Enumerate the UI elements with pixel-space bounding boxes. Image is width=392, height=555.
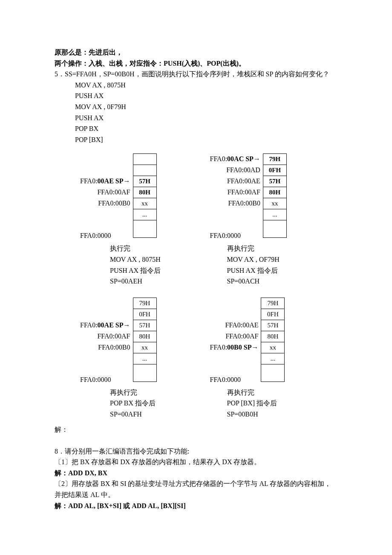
cell: ... xyxy=(133,209,156,220)
cell: ... xyxy=(261,353,284,364)
cell: 80H xyxy=(261,331,284,342)
cell: ... xyxy=(133,353,156,364)
cell: 80H xyxy=(133,331,156,342)
question-8-1: 〔1〕把 BX 存放器和 DX 存放器的内容相加，结果存入 DX 存放器。 xyxy=(55,457,337,468)
page-root: 原那么是：先进后出， 两个操作：入栈、出栈，对应指令：PUSH(入栈)、POP(… xyxy=(0,0,392,545)
code-line: PUSH AX xyxy=(75,90,337,101)
question-5: 5．SS=FFA0H，SP=00B0H，画图说明执行以下指令序列时，堆栈区和 S… xyxy=(55,69,337,80)
addr-sp: 00AE SP→ xyxy=(98,321,130,329)
addr: FFA0:00B0 xyxy=(80,198,130,209)
code-line: MOV AX , 8075H xyxy=(75,80,337,91)
stack-box: 79H 0FH 57H 80H xx ... xyxy=(263,153,287,238)
diagram-3: FFA0:00AE SP→ FFA0:00AF FFA0:00B0 FFA0:0… xyxy=(55,298,208,420)
stack-box: 57H 80H xx ... xyxy=(133,153,157,238)
cell: 57H xyxy=(263,176,286,187)
cell: 57H xyxy=(133,176,156,187)
addr-sp: 00AE SP→ xyxy=(98,177,130,185)
diagram-4: FFA0:00AE FFA0:00AF FFA0:00B0 SP→ FFA0:0… xyxy=(208,298,338,420)
diagrams-row-1: FFA0:00AE SP→ FFA0:00AF FFA0:00B0 FFA0:0… xyxy=(55,153,337,286)
addr-sp: 00AC SP→ xyxy=(227,155,260,162)
stack-box: 79H 0FH 57H 80H xx ... xyxy=(133,298,157,382)
cell: ... xyxy=(263,209,286,220)
diagrams-row-2: FFA0:00AE SP→ FFA0:00AF FFA0:00B0 FFA0:0… xyxy=(55,298,337,420)
addr: FFA0: xyxy=(80,177,98,185)
cell: 57H xyxy=(133,320,156,331)
addr: FFA0:00AD xyxy=(210,165,260,176)
stack-box: 79H 0FH 57H 80H xx ... xyxy=(261,298,285,382)
code-line: POP BX xyxy=(75,123,337,134)
cell: 57H xyxy=(261,320,284,331)
addr: FFA0:00AE xyxy=(210,176,260,187)
cell: 79H xyxy=(133,298,156,309)
cell: 0FH xyxy=(261,309,284,320)
operations-line: 两个操作：入栈、出栈，对应指令：PUSH(入栈)、POP(出栈)。 xyxy=(55,58,337,69)
addr: FFA0: xyxy=(80,321,98,329)
addr: FFA0:00AE xyxy=(210,320,259,331)
cell: xx xyxy=(263,198,286,209)
addr: FFA0:0000 xyxy=(80,230,130,241)
cell: xx xyxy=(261,342,284,353)
caption: 再执行完 POP [BX] 指令后 SP=00B0H xyxy=(227,387,338,420)
question-8-2b: 并把结果送 AL 中。 xyxy=(55,489,337,500)
addr: FFA0:00AF xyxy=(80,187,130,198)
principle-line: 原那么是：先进后出， xyxy=(55,47,337,58)
diagram-2: FFA0:00AC SP→ FFA0:00AD FFA0:00AE FFA0:0… xyxy=(208,153,338,286)
question-8-2a: 〔2〕用存放器 BX 和 SI 的基址变址寻址方式把存储器的一个字节与 AL 存… xyxy=(55,478,337,489)
addr: FFA0:0000 xyxy=(80,374,130,385)
addr: FFA0:00AF xyxy=(80,331,130,342)
cell: xx xyxy=(133,198,156,209)
answer-8-1: 解：ADD DX, BX xyxy=(55,468,337,479)
code-block: MOV AX , 8075H PUSH AX MOV AX , 0F79H PU… xyxy=(75,80,337,145)
code-line: MOV AX , 0F79H xyxy=(75,101,337,113)
addr: FFA0:00AF xyxy=(210,331,259,342)
cell: 80H xyxy=(133,187,156,198)
addr: FFA0:00B0 xyxy=(210,198,260,209)
answer-8-2: 解：ADD AL, [BX+SI] 或 ADD AL, [BX][SI] xyxy=(55,500,337,512)
addr-sp: 00B0 SP→ xyxy=(227,344,258,351)
cell: 79H xyxy=(261,298,284,309)
code-line: PUSH AX xyxy=(75,113,337,124)
addr: FFA0:00B0 xyxy=(80,342,130,353)
caption: 再执行完 MOV AX , OF79H PUSH AX 指令后 SP=00ACH xyxy=(227,243,338,286)
answer-label: 解： xyxy=(55,424,337,435)
question-8: 8．请分别用一条汇编语言指令完成如下功能: xyxy=(55,446,337,457)
addr: FFA0:00AF xyxy=(210,187,260,198)
cell: 0FH xyxy=(133,309,156,320)
addr: FFA0:0000 xyxy=(210,230,260,241)
addr: FFA0: xyxy=(210,155,228,162)
code-line: POP [BX] xyxy=(75,134,337,145)
addr: FFA0:0000 xyxy=(210,374,259,385)
cell: 80H xyxy=(263,187,286,198)
diagram-1: FFA0:00AE SP→ FFA0:00AF FFA0:00B0 FFA0:0… xyxy=(55,153,208,286)
cell: 0FH xyxy=(263,165,286,176)
cell: 79H xyxy=(263,154,286,165)
addr: FFA0: xyxy=(210,344,228,351)
caption: 执行完 MOV AX , 8075H PUSH AX 指令后 SP=00AEH xyxy=(110,243,208,286)
caption: 再执行完 POP BX 指令后 SP=00AFH xyxy=(110,387,208,420)
cell: xx xyxy=(133,342,156,353)
